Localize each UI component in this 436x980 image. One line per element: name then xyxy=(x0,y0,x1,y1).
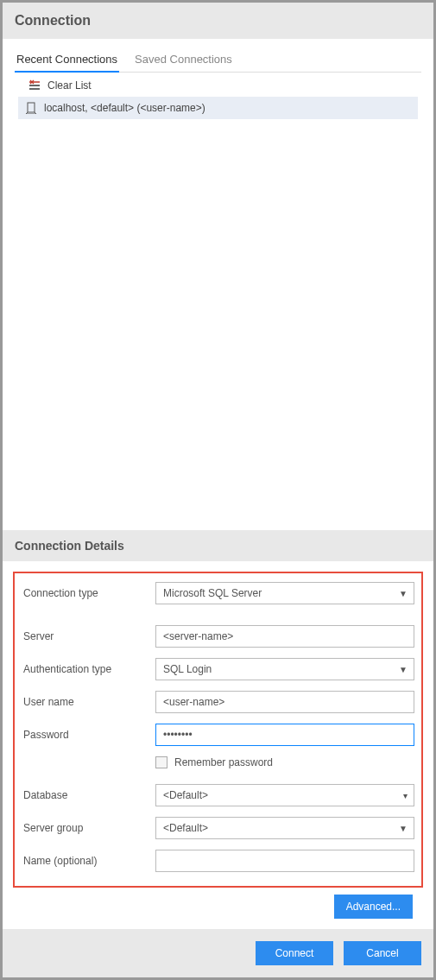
connection-type-select[interactable]: Microsoft SQL Server ▼ xyxy=(155,582,414,604)
row-server-group: Server group <Default> ▼ xyxy=(22,817,414,839)
advanced-button[interactable]: Advanced... xyxy=(334,895,413,919)
connections-panel: Recent Connections Saved Connections Cle… xyxy=(3,39,433,530)
clear-list-button[interactable]: Clear List xyxy=(15,73,421,97)
database-label: Database xyxy=(22,789,155,801)
password-label: Password xyxy=(22,729,155,741)
user-input[interactable] xyxy=(155,691,414,713)
details-panel: Connection type Microsoft SQL Server ▼ S… xyxy=(3,561,433,929)
clear-list-icon xyxy=(28,79,41,92)
clear-list-label: Clear List xyxy=(47,79,92,92)
cancel-button[interactable]: Cancel xyxy=(344,941,421,965)
server-group-label: Server group xyxy=(22,822,155,834)
user-label: User name xyxy=(22,696,155,708)
database-select[interactable]: <Default> ▾ xyxy=(155,784,414,806)
server-group-value: <Default> xyxy=(155,817,414,839)
dialog-header: Connection xyxy=(3,3,433,39)
row-auth-type: Authentication type SQL Login ▼ xyxy=(22,658,414,680)
row-user: User name xyxy=(22,691,414,713)
row-connection-type: Connection type Microsoft SQL Server ▼ xyxy=(22,582,414,604)
server-label: Server xyxy=(22,630,155,642)
row-database: Database <Default> ▾ xyxy=(22,784,414,806)
dialog-title: Connection xyxy=(15,13,421,28)
details-highlight: Connection type Microsoft SQL Server ▼ S… xyxy=(13,572,423,888)
connection-type-value: Microsoft SQL Server xyxy=(155,582,414,604)
advanced-row: Advanced... xyxy=(13,888,423,919)
server-input[interactable] xyxy=(155,625,414,648)
auth-type-select[interactable]: SQL Login ▼ xyxy=(155,658,414,680)
tab-recent-connections[interactable]: Recent Connections xyxy=(15,47,119,73)
server-group-select[interactable]: <Default> ▼ xyxy=(155,817,414,839)
connect-button[interactable]: Connect xyxy=(256,941,333,965)
database-value: <Default> xyxy=(155,784,414,806)
remember-password-checkbox[interactable] xyxy=(155,756,167,768)
row-password: Password xyxy=(22,724,414,746)
recent-connection-text: localhost, <default> (<user-name>) xyxy=(44,102,205,114)
recent-connection-item[interactable]: localhost, <default> (<user-name>) xyxy=(18,97,418,119)
row-name: Name (optional) xyxy=(22,850,414,872)
row-server: Server xyxy=(22,625,414,648)
remember-password-label: Remember password xyxy=(174,756,273,768)
dialog-footer: Connect Cancel xyxy=(3,929,433,977)
auth-type-label: Authentication type xyxy=(22,663,155,675)
name-label: Name (optional) xyxy=(22,855,155,867)
connection-type-label: Connection type xyxy=(22,587,155,599)
server-icon xyxy=(25,102,37,114)
svg-rect-5 xyxy=(28,103,35,112)
row-remember: Remember password xyxy=(155,756,414,768)
auth-type-value: SQL Login xyxy=(155,658,414,680)
password-input[interactable] xyxy=(155,724,414,746)
details-section-title: Connection Details xyxy=(3,530,433,561)
name-input[interactable] xyxy=(155,850,414,872)
tabs: Recent Connections Saved Connections xyxy=(15,47,421,73)
connection-dialog: Connection Recent Connections Saved Conn… xyxy=(0,0,436,980)
tab-saved-connections[interactable]: Saved Connections xyxy=(133,47,234,72)
